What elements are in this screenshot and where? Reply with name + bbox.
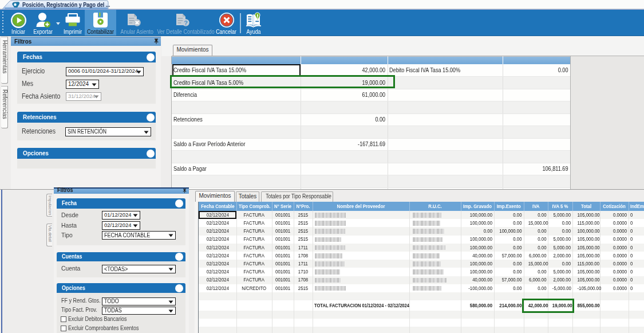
svg-text:?: ? bbox=[184, 19, 188, 26]
